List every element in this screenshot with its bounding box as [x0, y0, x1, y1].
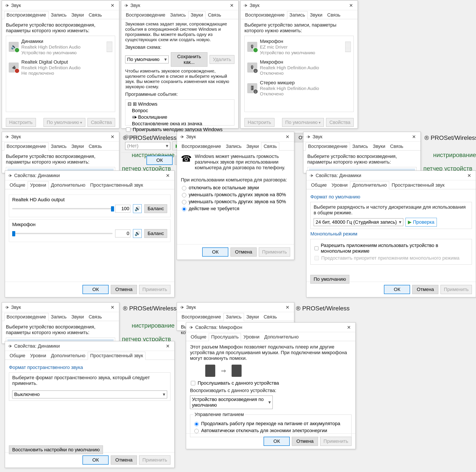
tab-playback[interactable]: Воспроизведение: [243, 11, 287, 19]
close-button[interactable]: ×: [284, 304, 291, 311]
cancel-button[interactable]: Отмена: [292, 437, 318, 446]
cancel-button[interactable]: Отмена: [231, 247, 257, 256]
tab-spatial[interactable]: Пространственный звук: [389, 181, 447, 189]
mic-slider[interactable]: [12, 233, 113, 234]
apply-button[interactable]: Применить: [259, 247, 290, 256]
apply-button[interactable]: Применить: [139, 285, 170, 294]
tab-sounds[interactable]: Звуки: [371, 143, 388, 150]
tab-playback[interactable]: Воспроизведение: [179, 313, 223, 321]
tab-playback[interactable]: Воспроизведение: [4, 313, 49, 321]
ok-button[interactable]: ОК: [202, 247, 228, 256]
tab-general[interactable]: Общие: [7, 181, 28, 189]
close-button[interactable]: ×: [164, 343, 172, 350]
tab-sounds[interactable]: Звуки: [244, 313, 261, 321]
close-button[interactable]: ×: [109, 304, 117, 311]
ok-button[interactable]: ОК: [264, 437, 290, 446]
tab-sounds[interactable]: Звуки: [244, 143, 261, 150]
set-default-button[interactable]: По умолчанию: [282, 118, 324, 127]
comm-option-80[interactable]: уменьшать громкость других звуков на 80%: [181, 192, 290, 198]
tab-recording[interactable]: Запись: [287, 11, 307, 19]
play-through-combo[interactable]: Устройство воспроизведения по умолчанию: [190, 396, 273, 409]
events-tree[interactable]: ⊟⊞Windows Вопрос 🕪 Восклицание Восстанов…: [125, 99, 234, 126]
listen-checkbox[interactable]: Прослушивать с данного устройства: [190, 380, 352, 386]
tab-general[interactable]: Общие: [7, 352, 28, 360]
device-speakers[interactable]: 🔈 Динамики Realtek High Definition Audio…: [7, 37, 114, 57]
output-value[interactable]: 100: [115, 205, 130, 213]
tab-comm[interactable]: Связь: [388, 143, 406, 150]
tab-advanced[interactable]: Дополнительно: [262, 333, 301, 341]
tab-playback[interactable]: Воспроизведение: [179, 143, 223, 150]
tab-levels[interactable]: Уровни: [28, 181, 49, 189]
exclusive-mode-checkbox[interactable]: Разрешить приложениям использовать устро…: [314, 243, 469, 254]
apply-button[interactable]: Применить: [441, 285, 472, 294]
tab-recording[interactable]: Запись: [223, 143, 244, 150]
ok-button[interactable]: ОК: [83, 455, 109, 465]
tab-comm[interactable]: Связь: [261, 143, 279, 150]
comm-option-none[interactable]: действие не требуется: [181, 206, 290, 212]
tab-general[interactable]: Общие: [309, 181, 329, 189]
device-stereo-mixer[interactable]: 🎛 Стерео микшер Realtek High Definition …: [246, 79, 352, 98]
tab-sounds[interactable]: Звуки: [188, 11, 205, 19]
comm-option-mute[interactable]: отключить все остальные звуки: [181, 185, 290, 191]
mic-mute-button[interactable]: 🔊: [133, 229, 142, 238]
ok-button[interactable]: ОК: [83, 285, 109, 294]
pm-continue-radio[interactable]: Продолжать работу при переходе на питани…: [193, 421, 348, 426]
tab-recording[interactable]: Запись: [168, 11, 188, 19]
device-list[interactable]: 🎙 Микрофон EZ mic Driver Устройство по у…: [244, 36, 354, 112]
tree-item[interactable]: Вопрос: [127, 107, 233, 114]
close-button[interactable]: ×: [109, 2, 117, 9]
close-button[interactable]: ×: [410, 133, 418, 140]
spatial-format-combo[interactable]: Выключено: [12, 391, 167, 398]
ok-button[interactable]: ОК: [147, 156, 173, 165]
tab-spatial[interactable]: Пространственный звук: [88, 181, 145, 189]
cancel-button[interactable]: Отмена: [412, 285, 438, 294]
device-mic-ez[interactable]: 🎙 Микрофон EZ mic Driver Устройство по у…: [246, 37, 352, 57]
tab-playback[interactable]: Воспроизведение: [4, 143, 49, 150]
tree-root[interactable]: ⊟⊞Windows: [127, 101, 233, 107]
configure-button[interactable]: Настроить: [244, 118, 274, 127]
mic-value[interactable]: 0: [115, 230, 130, 237]
test-button[interactable]: ▶Проверка: [406, 218, 437, 227]
tab-sounds[interactable]: Звуки: [69, 143, 86, 150]
tab-general[interactable]: Общие: [188, 333, 209, 341]
tab-recording[interactable]: Запись: [49, 313, 69, 321]
output-slider[interactable]: [12, 208, 113, 209]
tab-recording[interactable]: Запись: [49, 11, 69, 19]
tab-advanced[interactable]: Дополнительно: [49, 181, 88, 189]
set-default-button[interactable]: По умолчанию: [44, 118, 85, 127]
tab-recording[interactable]: Запись: [223, 313, 244, 321]
device-mic-realtek[interactable]: 🎙 Микрофон Realtek High Definition Audio…: [246, 58, 352, 77]
tab-comm[interactable]: Связь: [325, 11, 343, 19]
tab-levels[interactable]: Уровни: [28, 352, 49, 360]
close-button[interactable]: ×: [465, 172, 473, 179]
tab-levels[interactable]: Уровни: [241, 333, 262, 341]
tab-comm[interactable]: Связь: [86, 313, 104, 321]
close-button[interactable]: ×: [284, 133, 291, 140]
tab-levels[interactable]: Уровни: [329, 181, 350, 189]
exclusive-priority-checkbox[interactable]: Предоставить приоритет приложениям моноп…: [314, 255, 469, 261]
apply-button[interactable]: Применить: [139, 455, 170, 465]
save-as-button[interactable]: Сохранить как...: [171, 52, 207, 67]
cancel-button[interactable]: Отмена: [111, 285, 137, 294]
tab-playback[interactable]: Воспроизведение: [306, 143, 350, 150]
pm-auto-off-radio[interactable]: Автоматически отключать для экономии эле…: [193, 428, 348, 434]
tab-playback[interactable]: Воспроизведение: [123, 11, 168, 19]
comm-option-50[interactable]: уменьшать громкость других звуков на 50%: [181, 199, 290, 204]
device-digital-output[interactable]: 🔌 Realtek Digital Output Realtek High De…: [7, 58, 114, 77]
tab-sounds[interactable]: Звуки: [69, 313, 86, 321]
tab-comm[interactable]: Связь: [205, 11, 223, 19]
tree-item[interactable]: 🕪 Восклицание: [127, 114, 233, 120]
output-mute-button[interactable]: 🔊: [133, 204, 142, 213]
tab-spatial[interactable]: Пространственный звук: [88, 352, 145, 360]
sound-file-combo[interactable]: (Нет): [125, 142, 170, 150]
close-button[interactable]: ×: [347, 2, 355, 9]
tab-listen[interactable]: Прослушать: [209, 333, 241, 341]
tab-comm[interactable]: Связь: [261, 313, 279, 321]
scheme-combo[interactable]: По умолчанию: [125, 55, 169, 63]
ok-button[interactable]: ОК: [384, 285, 410, 294]
close-button[interactable]: ×: [109, 133, 117, 140]
tab-comm[interactable]: Связь: [86, 11, 104, 19]
apply-button[interactable]: Применить: [320, 437, 352, 446]
tab-comm[interactable]: Связь: [86, 143, 104, 150]
tab-sounds[interactable]: Звуки: [69, 11, 86, 19]
